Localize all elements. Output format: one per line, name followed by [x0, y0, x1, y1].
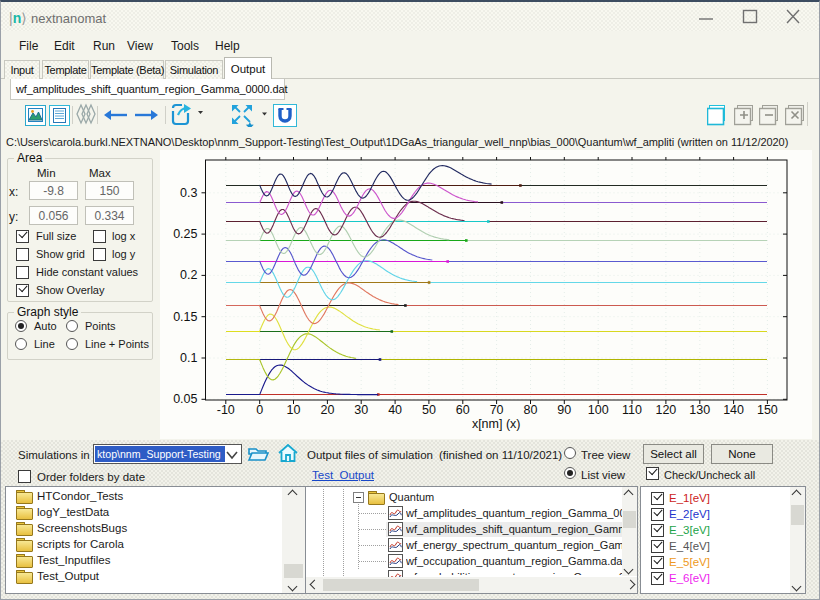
svg-text:150: 150: [757, 403, 778, 417]
svg-text:80: 80: [524, 403, 538, 417]
svg-text:130: 130: [689, 403, 710, 417]
svg-text:0.2: 0.2: [180, 268, 197, 282]
svg-text:70: 70: [490, 403, 504, 417]
svg-text:x[nm] (x): x[nm] (x): [472, 417, 521, 431]
svg-text:30: 30: [354, 403, 368, 417]
svg-text:20: 20: [320, 403, 334, 417]
svg-text:110: 110: [622, 403, 642, 417]
svg-text:0.1: 0.1: [180, 351, 197, 365]
svg-text:60: 60: [456, 403, 470, 417]
svg-text:40: 40: [388, 403, 402, 417]
svg-text:120: 120: [655, 403, 676, 417]
svg-text:-10: -10: [217, 403, 235, 417]
svg-text:50: 50: [422, 403, 436, 417]
svg-text:0.15: 0.15: [173, 310, 197, 324]
svg-text:90: 90: [557, 403, 571, 417]
svg-text:0.05: 0.05: [173, 392, 197, 406]
svg-text:0.25: 0.25: [173, 227, 197, 241]
svg-text:10: 10: [287, 403, 301, 417]
svg-text:100: 100: [588, 403, 609, 417]
svg-text:0: 0: [256, 403, 263, 417]
svg-text:0.3: 0.3: [180, 186, 197, 200]
svg-text:140: 140: [723, 403, 744, 417]
